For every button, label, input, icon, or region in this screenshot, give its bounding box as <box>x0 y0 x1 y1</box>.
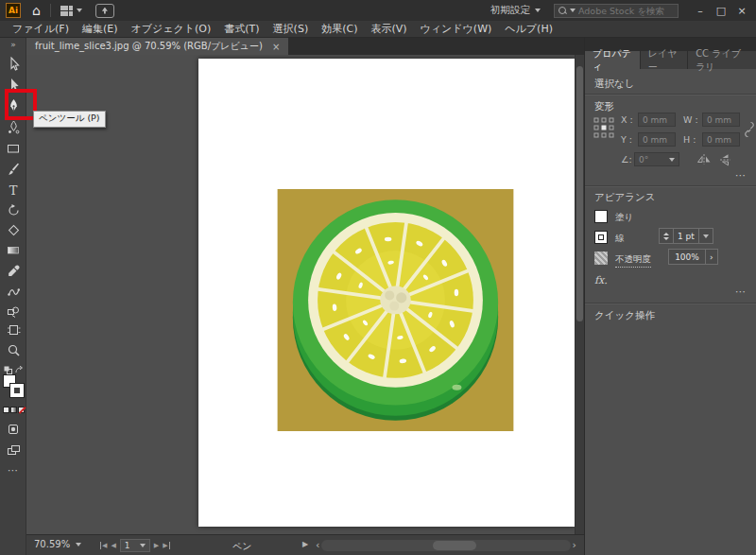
vertical-scrollbar-thumb[interactable] <box>576 66 583 321</box>
stroke-label[interactable]: 線 <box>615 233 625 245</box>
scroll-right-icon[interactable]: › <box>573 540 576 551</box>
horizontal-scrollbar[interactable]: ‹ › <box>316 539 576 551</box>
maximize-button[interactable]: □ <box>711 5 731 17</box>
opacity-more-arrow[interactable]: › <box>705 250 717 264</box>
workspace-switcher[interactable]: 初期設定 <box>490 4 541 17</box>
type-tool[interactable]: T <box>0 181 26 199</box>
menu-view[interactable]: 表示(V) <box>364 22 413 36</box>
stroke-weight-control[interactable]: 1 pt <box>659 228 713 244</box>
stroke-weight-stepper[interactable] <box>660 229 673 243</box>
chevron-down-icon <box>669 158 675 162</box>
menu-select[interactable]: 選択(S) <box>266 22 316 36</box>
curvature-tool[interactable] <box>0 117 26 136</box>
adobe-stock-search[interactable] <box>554 4 679 18</box>
fill-label[interactable]: 塗り <box>615 212 633 224</box>
vertical-scrollbar[interactable] <box>575 55 584 534</box>
arrange-documents-icon <box>60 6 74 16</box>
menu-help[interactable]: ヘルプ(H) <box>498 22 559 36</box>
status-expand-icon[interactable]: ▶ <box>302 540 308 548</box>
horizontal-scrollbar-thumb[interactable] <box>433 541 476 550</box>
previous-artboard-button[interactable]: ◀ <box>111 542 115 549</box>
artboard-number-select[interactable]: 1 <box>120 539 150 552</box>
none-button[interactable] <box>18 407 25 413</box>
document-tab-title: fruit_lime_slice3.jpg @ 70.59% (RGB/プレビュ… <box>35 40 263 53</box>
color-button[interactable] <box>3 407 9 413</box>
appearance-more-options[interactable]: ⋯ <box>735 286 747 298</box>
color-type-buttons[interactable] <box>3 407 25 413</box>
opacity-label[interactable]: 不透明度 <box>615 253 651 268</box>
symbol-sprayer-tool[interactable] <box>0 302 26 321</box>
next-artboard-button[interactable]: ▶ <box>154 542 159 549</box>
close-button[interactable]: × <box>731 5 752 17</box>
document-tab[interactable]: fruit_lime_slice3.jpg @ 70.59% (RGB/プレビュ… <box>26 38 288 55</box>
menu-file[interactable]: ファイル(F) <box>6 22 76 36</box>
opacity-control[interactable]: 100% › <box>668 249 718 265</box>
tab-layers[interactable]: レイヤー <box>641 51 687 69</box>
stroke-swatch[interactable] <box>10 384 24 397</box>
x-label: X : <box>621 114 633 125</box>
lime-slice-image[interactable] <box>276 189 515 431</box>
artboard[interactable] <box>198 59 575 527</box>
last-artboard-button[interactable]: ▶ <box>163 542 169 549</box>
y-field[interactable]: 0 mm <box>638 132 676 147</box>
flip-horizontal-icon[interactable] <box>696 153 712 165</box>
stroke-color-swatch[interactable] <box>594 231 608 244</box>
zoom-level-control[interactable]: 70.59% <box>34 539 81 549</box>
direct-selection-tool[interactable] <box>0 76 26 95</box>
drawing-mode-button[interactable] <box>0 420 26 439</box>
stroke-weight-value[interactable]: 1 pt <box>673 229 698 243</box>
horizontal-scrollbar-track[interactable] <box>321 540 570 551</box>
selection-tool[interactable] <box>0 55 26 74</box>
tab-properties[interactable]: プロパティ <box>585 51 640 69</box>
flip-vertical-icon[interactable] <box>719 153 731 166</box>
first-artboard-button[interactable]: ◀ <box>100 542 107 549</box>
menu-effect[interactable]: 効果(C) <box>315 22 364 36</box>
toolbar-overflow-icon[interactable]: » <box>0 40 26 49</box>
drawing-mode-icon <box>7 423 20 436</box>
paintbrush-tool[interactable] <box>0 160 26 179</box>
eraser-tool[interactable] <box>0 220 26 239</box>
menu-type[interactable]: 書式(T) <box>217 22 266 36</box>
rotate-tool[interactable] <box>0 200 26 219</box>
x-field[interactable]: 0 mm <box>638 113 676 127</box>
transform-section-title: 変形 <box>594 100 614 113</box>
transform-more-options[interactable]: ⋯ <box>735 169 747 182</box>
reference-point-locator[interactable] <box>593 117 614 138</box>
rotation-angle-select[interactable]: 0° <box>634 152 679 166</box>
home-icon[interactable]: ⌂ <box>32 4 41 17</box>
eyedropper-tool[interactable] <box>0 261 26 280</box>
fx-button[interactable]: fx. <box>594 274 608 286</box>
share-document-button[interactable] <box>95 4 114 18</box>
screen-mode-button[interactable] <box>0 441 26 460</box>
search-input[interactable] <box>578 6 674 16</box>
blend-tool[interactable] <box>0 282 26 301</box>
w-field[interactable]: 0 mm <box>702 113 740 127</box>
paintbrush-icon <box>7 163 21 177</box>
opacity-swatch[interactable] <box>594 251 608 265</box>
panel-tabs: プロパティ レイヤー CC ライブラリ <box>585 51 756 69</box>
stroke-weight-dropdown[interactable] <box>698 229 713 243</box>
artboard-tool[interactable] <box>0 321 26 339</box>
quick-actions-title: クイック操作 <box>594 309 655 322</box>
zoom-tool[interactable] <box>0 340 26 359</box>
pen-tool[interactable] <box>0 96 26 115</box>
fill-color-swatch[interactable] <box>594 210 608 223</box>
menu-edit[interactable]: 編集(E) <box>76 22 125 36</box>
minimize-button[interactable]: – <box>690 5 711 17</box>
link-dimensions-icon[interactable] <box>745 121 754 138</box>
menu-object[interactable]: オブジェクト(O) <box>125 22 218 36</box>
scroll-left-icon[interactable]: ‹ <box>316 540 319 551</box>
menu-window[interactable]: ウィンドウ(W) <box>414 22 499 36</box>
rectangle-tool[interactable] <box>0 139 26 158</box>
fill-stroke-indicator[interactable] <box>3 374 26 399</box>
arrange-documents-button[interactable] <box>60 6 82 16</box>
canvas-pasteboard[interactable] <box>26 55 575 534</box>
tab-close-icon[interactable]: × <box>272 42 280 52</box>
h-field[interactable]: 0 mm <box>702 132 740 147</box>
edit-toolbar-button[interactable]: ⋯ <box>0 460 26 479</box>
opacity-value[interactable]: 100% <box>669 250 705 264</box>
rotate-icon <box>7 203 21 217</box>
gradient-tool[interactable] <box>0 240 26 259</box>
tab-cc-libraries[interactable]: CC ライブラリ <box>688 51 756 69</box>
gradient-button[interactable] <box>10 407 17 413</box>
